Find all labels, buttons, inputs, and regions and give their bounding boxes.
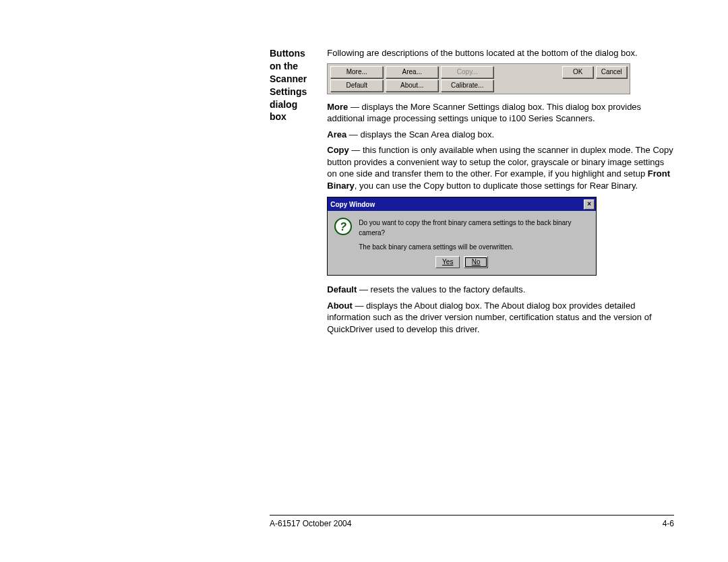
more-term: More	[327, 102, 348, 112]
intro-text: Following are descriptions of the button…	[327, 47, 674, 59]
question-icon: ?	[334, 218, 352, 235]
copy-window-line2: The back binary camera settings will be …	[359, 242, 589, 252]
footer-rule	[270, 515, 674, 516]
button-bar-figure: More... Area... Copy... OK Cancel Defaul…	[327, 63, 630, 94]
copy-def: Copy — this function is only available w…	[327, 144, 674, 191]
default-def: Default — resets the values to the facto…	[327, 284, 674, 296]
section-heading: Buttons on the Scanner Settings dialog b…	[270, 47, 307, 123]
ok-button[interactable]: OK	[562, 66, 593, 78]
footer-left: A-61517 October 2004	[270, 519, 351, 528]
close-icon[interactable]: ×	[584, 199, 595, 210]
copy-window-line1: Do you want to copy the front binary cam…	[359, 218, 589, 238]
area-def: Area — displays the Scan Area dialog box…	[327, 129, 674, 141]
about-button[interactable]: About...	[386, 80, 438, 92]
default-button[interactable]: Default	[330, 80, 383, 92]
default-term: Default	[327, 284, 357, 294]
area-button[interactable]: Area...	[386, 66, 438, 78]
copy-window-title: Copy Window	[330, 200, 375, 210]
calibrate-button[interactable]: Calibrate...	[441, 80, 493, 92]
about-def: About — displays the About dialog box. T…	[327, 300, 674, 336]
no-button[interactable]: No	[464, 256, 488, 268]
copy-window-dialog: Copy Window × ? Do you want to copy the …	[327, 197, 597, 276]
yes-button[interactable]: Yes	[435, 256, 460, 268]
more-def: More — displays the More Scanner Setting…	[327, 101, 674, 125]
area-term: Area	[327, 129, 346, 139]
about-term: About	[327, 301, 353, 311]
copy-term: Copy	[327, 145, 349, 155]
cancel-button[interactable]: Cancel	[596, 66, 627, 78]
more-button[interactable]: More...	[330, 66, 383, 78]
copy-button: Copy...	[441, 66, 493, 78]
footer-right: 4-6	[663, 519, 674, 528]
